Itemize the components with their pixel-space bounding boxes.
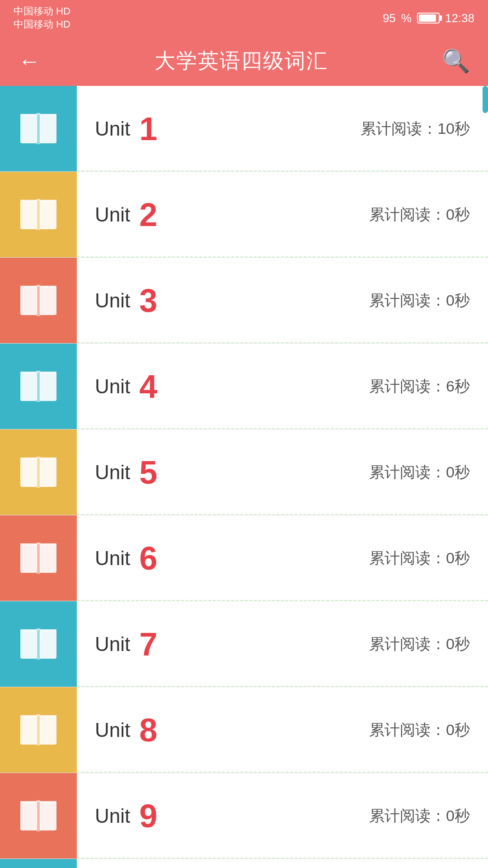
unit-reading-7: 累计阅读：0秒 <box>369 634 470 655</box>
status-bar: 中国移动 HD 中国移动 HD 95% 12:38 <box>0 0 488 36</box>
svg-rect-23 <box>36 714 41 745</box>
unit-row[interactable]: Unit 9 累计阅读：0秒 <box>0 773 488 859</box>
svg-rect-18 <box>20 629 37 659</box>
svg-rect-5 <box>36 199 41 230</box>
unit-label-7: Unit <box>95 633 130 656</box>
unit-label-4: Unit <box>95 375 130 398</box>
carrier-info: 中国移动 HD 中国移动 HD <box>14 5 70 31</box>
carrier2: 中国移动 HD <box>14 18 70 31</box>
unit-reading-5: 累计阅读：0秒 <box>369 462 470 483</box>
unit-reading-8: 累计阅读：0秒 <box>369 720 470 741</box>
unit-content-2: Unit 2 累计阅读：0秒 <box>77 172 488 257</box>
unit-icon-8 <box>0 687 77 773</box>
svg-rect-15 <box>20 543 37 573</box>
unit-content-9: Unit 9 累计阅读：0秒 <box>77 773 488 859</box>
unit-row[interactable]: Unit 2 累计阅读：0秒 <box>0 172 488 258</box>
unit-icon-4 <box>0 344 77 429</box>
back-button[interactable]: ← <box>18 48 41 74</box>
unit-row[interactable]: Unit 1 累计阅读：10秒 <box>0 86 488 172</box>
unit-content-8: Unit 8 累计阅读：0秒 <box>77 687 488 773</box>
unit-label-3: Unit <box>95 289 130 312</box>
app-bar: ← 大学英语四级词汇 🔍 <box>0 36 488 86</box>
unit-number-1: 1 <box>139 113 157 145</box>
svg-rect-7 <box>40 286 56 315</box>
unit-number-7: 7 <box>139 628 157 660</box>
unit-number-4: 4 <box>139 370 157 403</box>
svg-rect-26 <box>36 800 41 831</box>
unit-number-2: 2 <box>139 198 157 231</box>
svg-rect-21 <box>20 715 37 745</box>
unit-label-9: Unit <box>95 805 130 827</box>
svg-rect-25 <box>40 801 56 830</box>
unit-icon-2 <box>0 172 77 257</box>
scroll-indicator <box>483 86 488 113</box>
unit-row[interactable]: Unit 4 累计阅读：6秒 <box>0 344 488 429</box>
svg-rect-12 <box>20 458 37 487</box>
unit-icon-10 <box>0 859 77 868</box>
unit-reading-9: 累计阅读：0秒 <box>369 806 470 826</box>
carrier1: 中国移动 HD <box>14 5 70 18</box>
unit-list: Unit 1 累计阅读：10秒 Unit 2 累计阅读：0秒 Unit 3 累计… <box>0 86 488 868</box>
unit-content-10: Unit 10 累计阅读：0秒 <box>77 859 488 868</box>
unit-label-6: Unit <box>95 547 130 570</box>
unit-label-1: Unit <box>95 118 130 140</box>
unit-number-8: 8 <box>139 714 157 746</box>
app-title: 大学英语四级词汇 <box>155 47 328 75</box>
svg-rect-9 <box>20 372 37 401</box>
unit-icon-3 <box>0 258 77 343</box>
unit-row[interactable]: Unit 3 累计阅读：0秒 <box>0 258 488 344</box>
unit-content-1: Unit 1 累计阅读：10秒 <box>77 86 488 171</box>
svg-rect-24 <box>20 801 37 830</box>
unit-icon-1 <box>0 86 77 171</box>
unit-content-7: Unit 7 累计阅读：0秒 <box>77 601 488 687</box>
svg-rect-17 <box>36 542 41 574</box>
unit-number-6: 6 <box>139 542 157 575</box>
unit-content-4: Unit 4 累计阅读：6秒 <box>77 344 488 429</box>
svg-rect-10 <box>40 372 56 401</box>
unit-content-5: Unit 5 累计阅读：0秒 <box>77 429 488 515</box>
svg-rect-1 <box>40 114 56 143</box>
svg-rect-0 <box>20 114 37 143</box>
svg-rect-4 <box>40 200 56 229</box>
search-button[interactable]: 🔍 <box>442 48 470 74</box>
unit-row[interactable]: Unit 10 累计阅读：0秒 <box>0 859 488 868</box>
battery-icon <box>417 13 440 24</box>
unit-label-5: Unit <box>95 461 130 484</box>
svg-rect-3 <box>20 200 37 229</box>
svg-rect-19 <box>40 629 56 659</box>
time: 12:38 <box>445 11 474 25</box>
unit-icon-9 <box>0 773 77 859</box>
svg-rect-11 <box>36 371 41 402</box>
svg-rect-6 <box>20 286 37 315</box>
unit-label-8: Unit <box>95 719 130 741</box>
unit-row[interactable]: Unit 8 累计阅读：0秒 <box>0 687 488 773</box>
svg-rect-22 <box>40 715 56 745</box>
unit-row[interactable]: Unit 5 累计阅读：0秒 <box>0 429 488 515</box>
battery-percent: 95 <box>383 11 396 25</box>
svg-rect-2 <box>36 113 41 144</box>
unit-row[interactable]: Unit 6 累计阅读：0秒 <box>0 515 488 601</box>
unit-content-3: Unit 3 累计阅读：0秒 <box>77 258 488 343</box>
unit-icon-7 <box>0 601 77 687</box>
unit-number-9: 9 <box>139 800 157 832</box>
unit-reading-4: 累计阅读：6秒 <box>369 376 470 397</box>
unit-icon-6 <box>0 515 77 601</box>
unit-icon-5 <box>0 429 77 515</box>
svg-rect-16 <box>40 543 56 573</box>
unit-content-6: Unit 6 累计阅读：0秒 <box>77 515 488 601</box>
unit-row[interactable]: Unit 7 累计阅读：0秒 <box>0 601 488 687</box>
svg-rect-8 <box>36 285 41 316</box>
unit-label-2: Unit <box>95 203 130 226</box>
unit-reading-1: 累计阅读：10秒 <box>361 118 470 139</box>
status-right: 95% 12:38 <box>383 11 474 25</box>
svg-rect-20 <box>36 628 41 660</box>
unit-number-3: 3 <box>139 284 157 317</box>
unit-reading-2: 累计阅读：0秒 <box>369 204 470 225</box>
svg-rect-13 <box>40 458 56 487</box>
unit-reading-6: 累计阅读：0秒 <box>369 548 470 569</box>
svg-rect-14 <box>36 457 41 488</box>
unit-number-5: 5 <box>139 456 157 489</box>
unit-reading-3: 累计阅读：0秒 <box>369 290 470 311</box>
